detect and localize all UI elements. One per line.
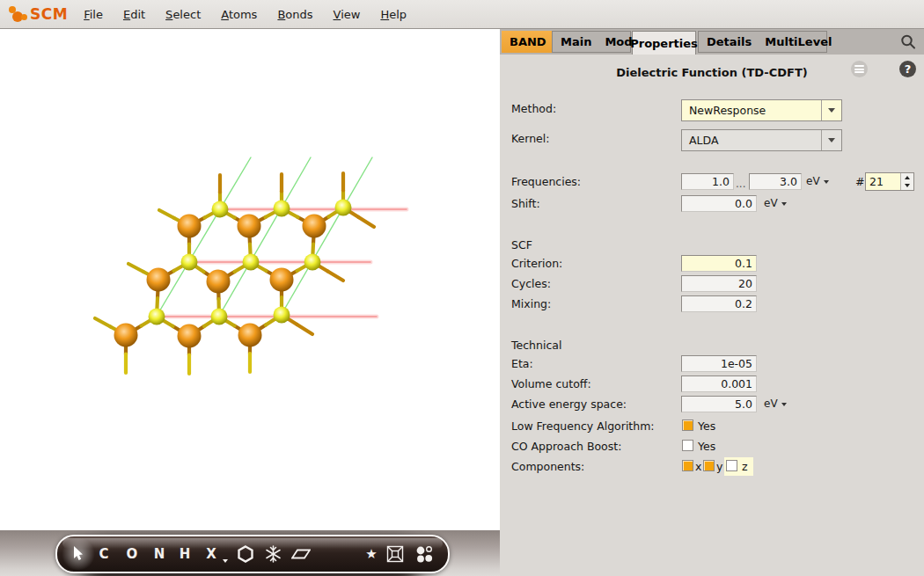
search-button[interactable] (899, 33, 917, 51)
shift-input[interactable]: 0.0 (681, 195, 757, 212)
ring-structure-tool[interactable] (234, 536, 257, 572)
atom-orange[interactable] (238, 215, 261, 238)
scm-logo-text: SCM (30, 5, 68, 23)
display-balls-menu-button[interactable] (413, 536, 436, 572)
periodic-cell-view-button[interactable] (384, 536, 407, 572)
atom-yellow[interactable] (149, 309, 165, 325)
frequency-count-spinner[interactable]: 21 (865, 172, 914, 191)
co-boost-row: CO Approach Boost: Yes (500, 437, 924, 456)
atom-toolbar: C O N H X ★ (55, 535, 450, 573)
atom-yellow[interactable] (274, 307, 290, 324)
active-energy-row: Active energy space: 5.0 eV (500, 395, 924, 414)
atom-orange[interactable] (178, 324, 202, 348)
viewport-floor: C O N H X ★ (0, 530, 500, 576)
mixing-row: Mixing: 0.2 (500, 295, 924, 314)
atom-yellow[interactable] (335, 200, 352, 216)
lattice-plane-tool[interactable] (290, 536, 312, 572)
cell-box-icon (386, 545, 404, 563)
active-energy-input[interactable]: 5.0 (681, 396, 757, 412)
menu-select[interactable]: Select (165, 8, 201, 21)
mixing-input[interactable]: 0.2 (681, 295, 757, 312)
co-boost-label: CO Approach Boost: (511, 440, 621, 453)
low-frequency-checkbox[interactable] (682, 419, 693, 431)
menu-edit[interactable]: Edit (123, 8, 145, 21)
chevron-down-icon (781, 403, 787, 406)
select-cursor-tool[interactable] (67, 536, 90, 572)
atom-yellow[interactable] (304, 254, 321, 271)
kernel-dropdown-button[interactable] (821, 130, 841, 150)
frequency-count-value[interactable]: 21 (866, 173, 900, 190)
eta-input[interactable]: 1e-05 (681, 355, 757, 372)
shift-unit-dropdown[interactable]: eV (764, 197, 787, 209)
active-energy-unit-dropdown[interactable]: eV (764, 397, 787, 410)
atom-yellow[interactable] (181, 254, 198, 271)
element-x-button[interactable]: X (200, 536, 223, 572)
frequency-from-input[interactable]: 1.0 (681, 173, 734, 190)
balls-grid-icon (414, 544, 434, 564)
volume-cutoff-input[interactable]: 0.001 (681, 375, 757, 392)
panel-menu-button[interactable] (851, 61, 868, 77)
eta-row: Eta: 1e-05 (500, 354, 924, 374)
search-icon (899, 33, 917, 51)
atom-yellow[interactable] (274, 201, 290, 217)
frequency-unit-dropdown[interactable]: eV (806, 175, 829, 187)
atom-orange[interactable] (238, 324, 262, 347)
element-n-button[interactable]: N (148, 536, 171, 572)
criterion-input[interactable]: 0.1 (681, 255, 757, 272)
tab-main[interactable]: Main (561, 35, 591, 48)
spinner-down-button[interactable] (901, 182, 913, 191)
element-c-button[interactable]: C (92, 536, 115, 572)
chevron-down-icon (828, 108, 835, 113)
atom-yellow[interactable] (211, 309, 228, 325)
tab-group-details-multilevel: Details MultiLevel (698, 31, 827, 53)
star-icon: ★ (365, 546, 377, 562)
component-y-checkbox[interactable] (703, 460, 715, 471)
element-h-button[interactable]: H (173, 536, 196, 572)
method-dropdown[interactable]: NewResponse (681, 99, 842, 121)
co-boost-checkbox[interactable] (682, 440, 693, 451)
menu-file[interactable]: File (84, 8, 103, 21)
menu-view[interactable]: View (334, 8, 361, 21)
pre-optimize-tool[interactable] (261, 536, 284, 572)
components-row: Components: x y z (500, 457, 924, 477)
molecule-viewport[interactable] (0, 29, 500, 530)
volume-cutoff-row: Volume cutoff: 0.001 (500, 375, 924, 394)
atom-orange[interactable] (207, 270, 231, 294)
question-mark-icon: ? (905, 62, 912, 76)
cycles-label: Cycles: (511, 277, 551, 290)
mixing-label: Mixing: (511, 297, 551, 310)
atom-orange[interactable] (114, 324, 138, 347)
atom-yellow[interactable] (243, 254, 260, 271)
component-z-checkbox[interactable] (726, 460, 737, 471)
cycles-row: Cycles: 20 (500, 274, 924, 294)
cycles-input[interactable]: 20 (681, 275, 757, 292)
scm-logo: SCM (7, 4, 68, 25)
element-picker-caret-icon (223, 559, 228, 563)
atom-orange[interactable] (147, 268, 171, 292)
tab-multilevel[interactable]: MultiLevel (765, 35, 832, 48)
tab-details[interactable]: Details (707, 35, 752, 48)
frequencies-label: Frequencies: (511, 175, 581, 188)
atom-orange[interactable] (270, 268, 294, 292)
kernel-dropdown[interactable]: ALDA (681, 129, 842, 151)
method-dropdown-button[interactable] (821, 100, 841, 120)
shift-label: Shift: (511, 197, 540, 210)
menu-bonds[interactable]: Bonds (277, 8, 312, 21)
component-x-checkbox[interactable] (682, 460, 693, 471)
atom-orange[interactable] (303, 215, 326, 238)
favorites-button[interactable]: ★ (360, 536, 383, 572)
method-value: NewResponse (682, 104, 821, 117)
component-y-label: y (716, 460, 722, 473)
tab-properties[interactable]: Properties (632, 31, 696, 55)
menu-atoms[interactable]: Atoms (221, 8, 257, 21)
spinner-up-button[interactable] (901, 173, 913, 182)
element-o-button[interactable]: O (121, 536, 143, 572)
scf-section-header: SCF (500, 237, 924, 252)
atom-yellow[interactable] (212, 201, 229, 218)
help-button[interactable]: ? (899, 61, 916, 77)
atom-orange[interactable] (178, 215, 202, 238)
frequency-to-input[interactable]: 3.0 (749, 173, 802, 190)
chevron-down-icon (824, 180, 829, 184)
menu-items: File Edit Select Atoms Bonds View Help (84, 8, 407, 21)
menu-help[interactable]: Help (380, 8, 407, 21)
